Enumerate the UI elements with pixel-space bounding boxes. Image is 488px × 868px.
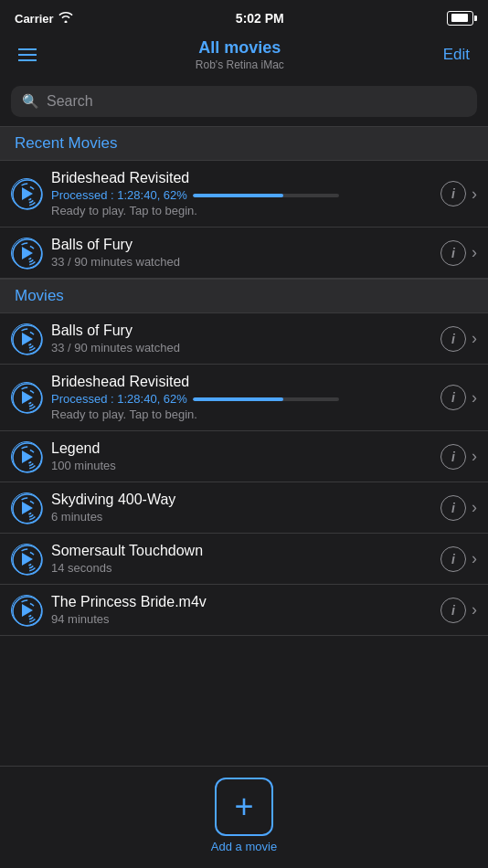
movie-duration: 33 / 90 minutes watched xyxy=(51,255,433,269)
svg-point-16 xyxy=(13,443,42,472)
svg-point-5 xyxy=(22,249,33,259)
status-bar: Carrier 5:02 PM xyxy=(0,0,488,33)
movie-status-text: Processed : 1:28:40, 62% xyxy=(51,188,187,202)
svg-point-11 xyxy=(16,329,38,351)
svg-point-21 xyxy=(22,503,33,514)
movie-status-line: Processed : 1:28:40, 62% xyxy=(51,392,433,406)
movie-item[interactable]: Somersault Touchdown14 secondsi› xyxy=(0,534,488,585)
svg-point-27 xyxy=(16,549,38,571)
movie-title: Somersault Touchdown xyxy=(51,543,433,559)
search-bar-container: 🔍 xyxy=(0,79,488,126)
chevron-right-icon: › xyxy=(472,329,477,348)
movies-label: Movies xyxy=(15,287,64,304)
movie-actions: i› xyxy=(440,181,477,206)
progress-bar-fill xyxy=(193,397,283,401)
movie-info: The Princess Bride.m4v94 minutes xyxy=(51,594,433,626)
search-bar: 🔍 xyxy=(11,86,477,117)
movie-item[interactable]: Legend100 minutesi› xyxy=(0,431,488,482)
carrier-text: Carrier xyxy=(15,12,73,26)
movie-item[interactable]: Balls of Fury33 / 90 minutes watchedi› xyxy=(0,228,488,279)
movie-item[interactable]: Brideshead RevisitedProcessed : 1:28:40,… xyxy=(0,365,488,431)
svg-point-12 xyxy=(13,384,42,413)
svg-point-0 xyxy=(13,180,42,209)
movies-section-header: Movies xyxy=(0,279,488,313)
wifi-icon xyxy=(58,12,73,26)
info-button[interactable]: i xyxy=(440,385,466,410)
search-input[interactable] xyxy=(47,93,466,110)
svg-point-6 xyxy=(19,246,36,262)
play-icon xyxy=(11,178,42,209)
footer: + Add a movie xyxy=(0,766,488,868)
menu-button[interactable] xyxy=(15,45,40,65)
movie-sub-text: Ready to play. Tap to begin. xyxy=(51,204,433,217)
movie-info: Brideshead RevisitedProcessed : 1:28:40,… xyxy=(51,170,433,217)
chevron-right-icon: › xyxy=(472,185,477,204)
svg-point-10 xyxy=(19,332,36,348)
movie-title: Skydiving 400-Way xyxy=(51,492,433,508)
add-movie-button[interactable]: + xyxy=(215,778,273,836)
play-icon xyxy=(11,492,42,524)
movie-duration: 100 minutes xyxy=(51,459,433,472)
info-button[interactable]: i xyxy=(440,181,466,206)
chevron-right-icon: › xyxy=(472,498,477,517)
movie-actions: i› xyxy=(440,495,477,521)
movie-info: Skydiving 400-Way6 minutes xyxy=(51,492,433,524)
play-icon xyxy=(11,382,42,413)
info-button[interactable]: i xyxy=(440,444,466,470)
edit-button[interactable]: Edit xyxy=(440,42,473,68)
movie-status-text: Processed : 1:28:40, 62% xyxy=(51,392,187,406)
play-icon xyxy=(11,544,42,575)
nav-title: All movies xyxy=(196,38,284,58)
info-button[interactable]: i xyxy=(440,240,466,266)
progress-bar-container xyxy=(193,397,339,401)
movie-title: Brideshead Revisited xyxy=(51,374,433,390)
info-button[interactable]: i xyxy=(440,598,466,623)
recent-movies-list: Brideshead RevisitedProcessed : 1:28:40,… xyxy=(0,161,488,279)
info-button[interactable]: i xyxy=(440,546,466,572)
svg-point-9 xyxy=(22,334,33,345)
svg-point-31 xyxy=(16,600,38,622)
svg-point-22 xyxy=(19,501,36,517)
svg-point-4 xyxy=(13,239,42,269)
movie-title: Balls of Fury xyxy=(51,237,433,253)
status-time: 5:02 PM xyxy=(236,11,284,26)
movie-actions: i› xyxy=(440,546,477,572)
svg-point-7 xyxy=(16,243,38,265)
movie-item[interactable]: Skydiving 400-Way6 minutesi› xyxy=(0,482,488,534)
movie-actions: i› xyxy=(440,240,477,266)
nav-bar: All movies Rob's Retina iMac Edit xyxy=(0,33,488,79)
info-button[interactable]: i xyxy=(440,326,466,352)
movie-title: The Princess Bride.m4v xyxy=(51,594,433,610)
movie-actions: i› xyxy=(440,326,477,352)
svg-point-14 xyxy=(19,390,36,407)
svg-point-26 xyxy=(19,552,36,568)
battery-icon xyxy=(447,11,473,26)
svg-point-19 xyxy=(16,447,38,469)
movie-info: Legend100 minutes xyxy=(51,440,433,472)
svg-point-17 xyxy=(22,452,33,463)
chevron-right-icon: › xyxy=(472,388,477,408)
movie-info: Balls of Fury33 / 90 minutes watched xyxy=(51,237,433,269)
svg-point-2 xyxy=(19,186,36,203)
play-icon xyxy=(11,238,42,269)
chevron-right-icon: › xyxy=(472,549,477,568)
movie-item[interactable]: The Princess Bride.m4v94 minutesi› xyxy=(0,585,488,636)
movie-duration: 14 seconds xyxy=(51,561,433,575)
svg-point-18 xyxy=(19,450,36,466)
svg-point-23 xyxy=(16,498,38,520)
movie-item[interactable]: Balls of Fury33 / 90 minutes watchedi› xyxy=(0,313,488,365)
movie-sub-text: Ready to play. Tap to begin. xyxy=(51,408,433,421)
chevron-right-icon: › xyxy=(472,447,477,466)
movie-item[interactable]: Brideshead RevisitedProcessed : 1:28:40,… xyxy=(0,161,488,228)
svg-point-15 xyxy=(16,387,38,409)
movie-info: Balls of Fury33 / 90 minutes watched xyxy=(51,323,433,355)
movies-list: Balls of Fury33 / 90 minutes watchedi›Br… xyxy=(0,313,488,636)
svg-point-8 xyxy=(13,325,42,355)
movie-actions: i› xyxy=(440,444,477,470)
info-button[interactable]: i xyxy=(440,495,466,521)
movie-info: Somersault Touchdown14 seconds xyxy=(51,543,433,575)
nav-subtitle: Rob's Retina iMac xyxy=(196,58,284,71)
add-movie-label: Add a movie xyxy=(211,840,277,853)
play-icon xyxy=(11,441,42,472)
svg-point-1 xyxy=(22,189,33,200)
